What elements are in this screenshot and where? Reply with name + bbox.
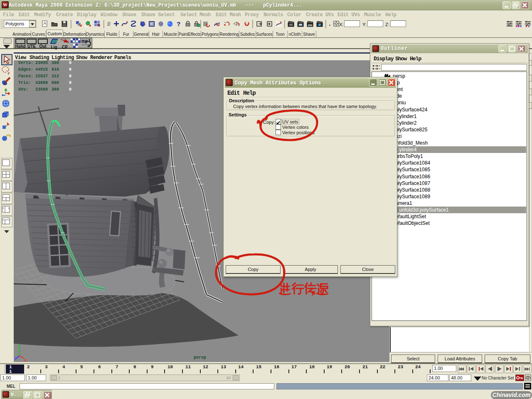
svg-text:?: ? [177, 20, 180, 27]
svg-text:IPR: IPR [308, 24, 313, 27]
svg-text:x: x [24, 358, 27, 362]
svg-text:y: y [18, 343, 21, 348]
svg-text:z: z [14, 356, 17, 361]
